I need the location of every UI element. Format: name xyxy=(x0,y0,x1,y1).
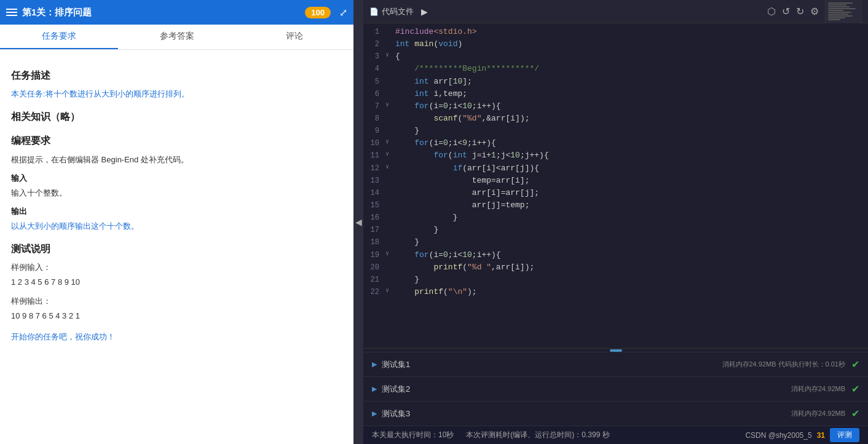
code-content: for(i=0;i<10;i++){ xyxy=(394,100,868,113)
line-number: 10 xyxy=(363,137,385,149)
input-title: 输入 xyxy=(11,172,342,185)
code-line-8: 8 scanf("%d",&arr[i]); xyxy=(363,113,868,125)
line-number: 13 xyxy=(363,175,385,187)
sample-output-label: 样例输出： xyxy=(11,295,342,308)
test-play-icon: ▶ xyxy=(372,360,377,368)
test-case-row-2[interactable]: ▶ 测试集2 消耗内存24.92MB ✔ xyxy=(363,376,868,401)
code-content: printf("\n"); xyxy=(394,286,868,298)
code-content: } xyxy=(394,125,868,137)
code-line-15: 15 arr[j]=temp; xyxy=(363,199,868,212)
code-content: int i,temp; xyxy=(394,88,868,100)
line-number: 22 xyxy=(363,286,385,298)
right-panel: 📄 代码文件 ▶ ⬡ ↺ ↻ ⚙ xyxy=(363,0,868,444)
fold-arrow[interactable]: ∨ xyxy=(385,162,394,172)
panel-divider[interactable]: ◀ xyxy=(353,0,363,444)
sample-input-data: 1 2 3 4 5 6 7 8 9 10 xyxy=(11,276,342,289)
line-number: 21 xyxy=(363,274,385,286)
code-content: } xyxy=(394,224,868,236)
code-editor[interactable]: 1 #include<stdio.h>2 int main(void)3∨{4 … xyxy=(363,23,868,348)
test-case-meta: 消耗内存24.92MB 代码执行时长：0.01秒 xyxy=(722,360,846,369)
fold-arrow[interactable]: ∨ xyxy=(385,50,394,60)
line-number: 8 xyxy=(363,113,385,125)
user-label: CSDN @shy2005_5 xyxy=(745,431,811,440)
programming-title: 编程要求 xyxy=(11,132,342,149)
tab-reference-answer[interactable]: 参考答案 xyxy=(118,25,236,49)
test-case-row-1[interactable]: ▶ 测试集1 消耗内存24.92MB 代码执行时长：0.01秒 ✔ xyxy=(363,352,868,376)
code-line-17: 17 } xyxy=(363,224,868,236)
collapse-icon: ◀ xyxy=(355,217,362,227)
hamburger-icon[interactable] xyxy=(6,9,17,16)
test-title: 测试说明 xyxy=(11,240,342,257)
tab-comments[interactable]: 评论 xyxy=(235,25,353,49)
code-content: } xyxy=(394,212,868,224)
submit-button[interactable]: 评测 xyxy=(830,428,859,442)
code-line-1: 1 #include<stdio.h> xyxy=(363,26,868,38)
code-line-22: 22∨ printf("\n"); xyxy=(363,286,868,298)
line-number: 12 xyxy=(363,162,385,175)
expand-icon[interactable]: ⤢ xyxy=(339,7,347,18)
code-line-18: 18 } xyxy=(363,236,868,248)
fold-arrow[interactable]: ∨ xyxy=(385,137,394,147)
line-number: 15 xyxy=(363,199,385,212)
editor-play-button[interactable]: ▶ xyxy=(421,7,428,17)
code-line-12: 12∨ if(arr[i]<arr[j]){ xyxy=(363,162,868,175)
output-title: 输出 xyxy=(11,205,342,218)
fold-arrow[interactable]: ∨ xyxy=(385,100,394,110)
test-case-name: 测试集3 xyxy=(382,408,791,419)
task-description: 本关任务:将十个数进行从大到小的顺序进行排列。 xyxy=(11,87,342,101)
test-case-row-3[interactable]: ▶ 测试集3 消耗内存24.92MB ✔ xyxy=(363,401,868,426)
code-content: { xyxy=(394,50,868,63)
file-icon: 📄 xyxy=(369,7,379,16)
test-panel: ▶ 测试集1 消耗内存24.92MB 代码执行时长：0.01秒 ✔ ▶ 测试集2… xyxy=(363,352,868,426)
undo-button[interactable]: ↺ xyxy=(782,6,790,17)
eval-time-label: 本次评测耗时(编译、运行总时间)：0.399 秒 xyxy=(466,430,609,440)
code-content: int main(void) xyxy=(394,38,868,50)
code-line-6: 6 int i,temp; xyxy=(363,88,868,100)
code-line-19: 19∨ for(i=0;i<10;i++){ xyxy=(363,249,868,261)
line-number: 18 xyxy=(363,236,385,248)
test-case-meta: 消耗内存24.92MB xyxy=(791,384,845,394)
code-line-21: 21 } xyxy=(363,274,868,286)
settings-button[interactable]: ⚙ xyxy=(810,6,819,17)
page-title: 第1关：排序问题 xyxy=(22,7,300,18)
code-content: for(int j=i+1;j<10;j++){ xyxy=(394,149,868,162)
knowledge-title: 相关知识（略） xyxy=(11,108,342,125)
code-content: arr[i]=arr[j]; xyxy=(394,187,868,199)
line-number: 5 xyxy=(363,76,385,88)
sample-input-label: 样例输入： xyxy=(11,261,342,274)
line-number: 6 xyxy=(363,88,385,100)
code-line-7: 7∨ for(i=0;i<10;i++){ xyxy=(363,100,868,113)
tab-task-requirements[interactable]: 任务要求 xyxy=(0,25,118,49)
redo-button[interactable]: ↻ xyxy=(796,6,804,17)
code-line-13: 13 temp=arr[i]; xyxy=(363,175,868,187)
code-line-11: 11∨ for(int j=i+1;j<10;j++){ xyxy=(363,149,868,162)
test-pass-icon: ✔ xyxy=(851,383,859,395)
code-content: printf("%d ",arr[i]); xyxy=(394,261,868,274)
line-number: 3 xyxy=(363,50,385,63)
test-play-icon: ▶ xyxy=(372,410,377,418)
fold-arrow[interactable]: ∨ xyxy=(385,249,394,259)
code-line-9: 9 } xyxy=(363,125,868,137)
task-title: 任务描述 xyxy=(11,67,342,84)
scroll-dot xyxy=(610,349,622,352)
editor-top-bar: 📄 代码文件 ▶ ⬡ ↺ ↻ ⚙ xyxy=(363,0,868,23)
output-description: 以从大到小的顺序输出这个十个数。 xyxy=(11,220,342,233)
code-line-16: 16 } xyxy=(363,212,868,224)
code-content: for(i=0;i<10;i++){ xyxy=(394,249,868,261)
minimap-content xyxy=(828,2,859,21)
fold-arrow[interactable]: ∨ xyxy=(385,149,394,159)
sample-output-data: 10 9 8 7 6 5 4 3 2 1 xyxy=(11,309,342,323)
input-description: 输入十个整数。 xyxy=(11,186,342,200)
line-number: 20 xyxy=(363,261,385,274)
content-area: 任务描述 本关任务:将十个数进行从大到小的顺序进行排列。 相关知识（略） 编程要… xyxy=(0,50,353,444)
file-manager-button[interactable]: ⬡ xyxy=(767,6,776,17)
code-line-4: 4 /*********Begin**********/ xyxy=(363,63,868,75)
test-case-name: 测试集2 xyxy=(382,384,791,395)
line-number: 9 xyxy=(363,125,385,137)
code-content: #include<stdio.h> xyxy=(394,26,868,38)
top-bar: 第1关：排序问题 100 ⤢ xyxy=(0,0,353,25)
score-display: 31 xyxy=(817,431,825,440)
line-number: 1 xyxy=(363,26,385,38)
test-case-name: 测试集1 xyxy=(382,359,722,370)
fold-arrow[interactable]: ∨ xyxy=(385,286,394,296)
